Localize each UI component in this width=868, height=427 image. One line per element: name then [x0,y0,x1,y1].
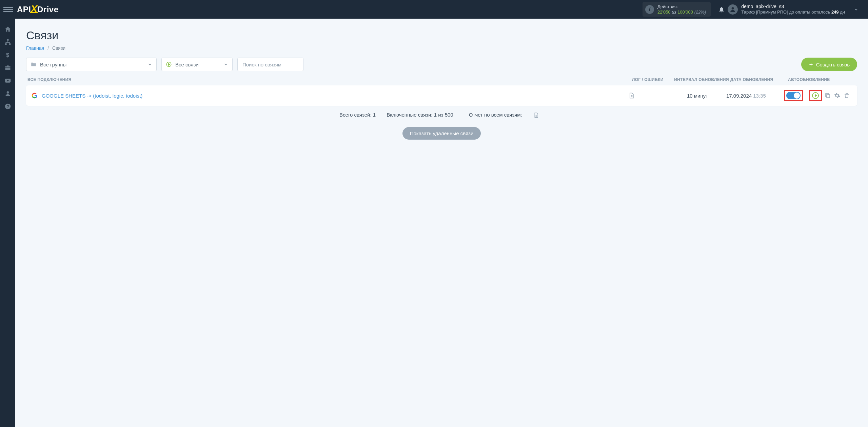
svg-text:$: $ [6,52,9,58]
sidebar-item-video[interactable] [0,74,15,87]
groups-dropdown[interactable]: Все группы [26,58,157,71]
svg-rect-3 [9,43,11,45]
briefcase-icon [4,64,11,71]
search-input[interactable] [237,58,303,71]
col-interval: ИНТЕРВАЛ ОБНОВЛЕНИЯ [673,77,730,82]
col-date: ДАТА ОБНОВЛЕНИЯ [730,77,788,82]
sidebar-item-billing[interactable]: $ [0,48,15,61]
report-button[interactable] [533,112,539,118]
table-header: ВСЕ ПОДКЛЮЧЕНИЯ ЛОГ / ОШИБКИ ИНТЕРВАЛ ОБ… [26,77,857,85]
highlight-box-run [809,90,822,101]
row-date: 17.09.2024 [726,93,752,99]
summary-row: Всего связей: 1 Включенные связи: 1 из 5… [26,112,857,118]
user-name: demo_apix-drive_s3 [741,4,845,10]
gear-icon [834,93,840,99]
run-button[interactable] [812,92,819,99]
actions-label: Действия: [657,4,706,9]
autoupdate-toggle[interactable] [786,92,801,99]
avatar-icon [728,4,738,15]
menu-toggle-button[interactable] [3,5,13,14]
folder-icon [31,61,37,67]
tariff-days: 249 [831,9,839,15]
show-deleted-button[interactable]: Показать удаленные связи [402,127,481,140]
actions-total: 100'000 [677,9,693,15]
sitemap-icon [4,39,11,45]
plus-icon [809,62,813,67]
dollar-icon: $ [4,52,11,58]
delete-button[interactable] [843,93,850,99]
actions-used: 22'050 [657,9,671,15]
sidebar-item-account[interactable] [0,87,15,100]
notifications-button[interactable] [715,6,728,13]
sidebar-item-cases[interactable] [0,61,15,74]
google-icon [32,93,38,99]
table-row: GOOGLE SHEETS -> (todoist, logic, todois… [26,85,857,106]
actions-iz: из [672,9,676,15]
groups-label: Все группы [40,62,66,67]
trash-icon [844,93,850,99]
svg-rect-16 [827,95,830,98]
highlight-box-toggle [784,90,803,101]
svg-point-7 [6,91,9,94]
home-icon [4,26,11,33]
play-icon [812,92,819,99]
page-title: Связи [26,29,857,42]
settings-button[interactable] [833,93,841,99]
summary-total: Всего связей: 1 [339,112,376,118]
sidebar-item-help[interactable]: ? [0,100,15,113]
document-icon [628,92,635,99]
svg-marker-11 [169,63,170,65]
summary-enabled: Включенные связи: 1 из 500 [387,112,453,118]
actions-counter[interactable]: i Действия: 22'050 из 100'000 (22%) [643,2,711,17]
bell-icon [718,6,725,13]
connection-link[interactable]: GOOGLE SHEETS -> (todoist, logic, todois… [42,93,142,99]
sidebar-item-home[interactable] [0,23,15,36]
status-dropdown[interactable]: Все связи [161,58,233,71]
svg-point-0 [732,7,734,9]
chevron-down-icon [223,62,228,67]
main-content: Связи Главная / Связи Все группы Все свя… [15,19,868,150]
row-time: 13:35 [753,93,766,99]
actions-pct: (22%) [694,9,706,15]
create-label: Создать связь [816,62,850,67]
svg-rect-2 [5,43,6,45]
create-connection-button[interactable]: Создать связь [801,58,857,71]
breadcrumb: Главная / Связи [26,45,857,51]
copy-button[interactable] [824,93,831,99]
col-connections: ВСЕ ПОДКЛЮЧЕНИЯ [27,77,632,82]
status-label: Все связи [175,62,199,67]
document-icon [533,112,539,118]
col-log: ЛОГ / ОШИБКИ [632,77,673,82]
chevron-down-icon [147,62,152,67]
question-icon: ? [4,103,11,110]
filter-row: Все группы Все связи Создать связь [26,58,857,71]
sidebar-item-connections[interactable] [0,36,15,48]
chevron-down-icon [854,7,859,12]
user-icon [4,90,11,97]
copy-icon [825,93,831,99]
info-icon: i [645,5,654,14]
log-button[interactable] [628,92,635,99]
breadcrumb-current: Связи [52,45,65,51]
youtube-icon [4,77,11,84]
tariff-prefix: Тариф |Премиум PRO| до оплаты осталось [741,9,830,15]
user-menu[interactable]: demo_apix-drive_s3 Тариф |Премиум PRO| д… [728,4,865,15]
tariff-suffix: дн [840,9,845,15]
breadcrumb-main[interactable]: Главная [26,45,44,51]
logo[interactable]: APIXDrive [17,4,59,15]
svg-text:?: ? [7,104,9,108]
top-header: APIXDrive i Действия: 22'050 из 100'000 … [0,0,868,19]
svg-rect-1 [7,39,8,41]
col-auto: АВТООБНОВЛЕНИЕ [788,77,856,82]
sidebar: $ ? [0,19,15,150]
summary-report-label: Отчет по всем связям: [469,112,522,118]
row-interval: 10 минут [669,93,726,99]
play-icon [166,61,172,67]
